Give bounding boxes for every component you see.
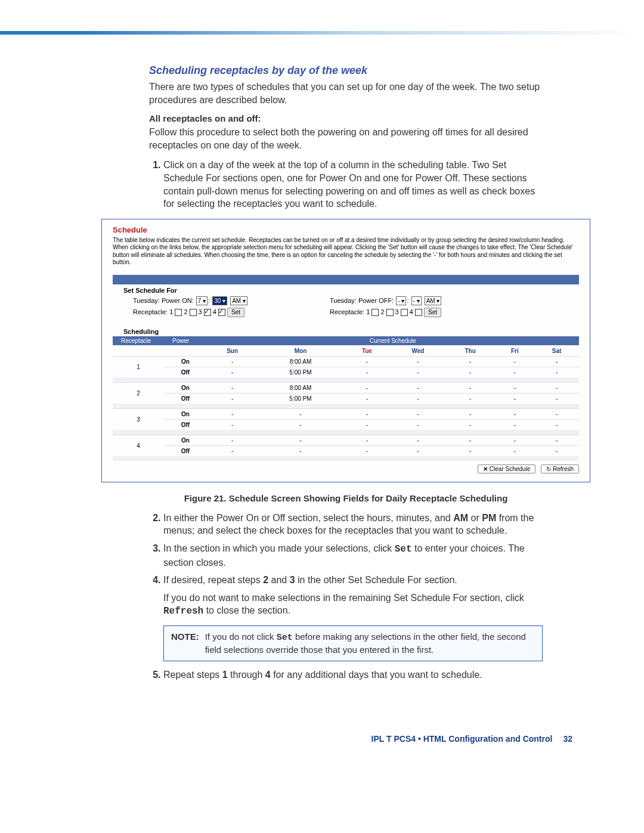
day-mon[interactable]: Mon [258,345,343,357]
recpt-2-on-checkbox[interactable] [190,309,197,316]
step-1: Click on a day of the week at the top of… [163,159,543,210]
page-footer: IPL T PCS4 • HTML Configuration and Cont… [0,710,644,761]
step-5: Repeat steps 1 through 4 for any additio… [163,668,543,682]
blue-bar [113,275,579,284]
schedule-figure: Schedule The table below indicates the c… [101,219,590,482]
figure-footer-buttons: ✕Clear Schedule ↻Refresh [113,465,579,473]
steps-list-cont: In either the Power On or Off section, s… [149,512,543,682]
scheduling-label: Scheduling [123,328,579,335]
th-receptacle: Receptacle [113,336,164,345]
set-button-off[interactable]: Set [424,308,441,317]
table-row: Off------- [113,419,579,430]
figure-caption: Figure 21. Schedule Screen Showing Field… [149,493,543,503]
section-title: Scheduling receptacles by day of the wee… [149,64,543,77]
table-row: 1On-8:00 AM----- [113,356,579,367]
day-sun[interactable]: Sun [207,345,258,357]
day-wed[interactable]: Wed [391,345,445,357]
recpt-1-off-checkbox[interactable] [371,309,379,316]
th-power: Power [164,336,207,345]
step-3: In the section in which you made your se… [163,542,543,569]
set-button-on[interactable]: Set [227,308,244,317]
note-label: NOTE: [171,631,199,657]
recpt-4-off-checkbox[interactable] [415,309,422,316]
table-row: Off------- [113,445,579,456]
note-box: NOTE: If you do not click Set before mak… [163,625,543,662]
recpt-4-on-checkbox[interactable] [218,309,225,316]
ampm-select-off[interactable]: AM ▾ [425,296,442,305]
table-row: Off-5:00 PM----- [113,367,579,377]
page-content: Scheduling receptacles by day of the wee… [0,35,644,710]
recpt-1-on-checkbox[interactable] [175,309,182,316]
recpt-label-on: Receptacle: [133,308,168,315]
schedule-table: Receptacle Power Current Schedule Sun Mo… [113,336,579,461]
figure-desc: The table below indicates the current se… [113,237,579,267]
day-sat[interactable]: Sat [534,345,579,357]
hour-select-on[interactable]: 7 ▾ [196,296,208,305]
table-row: 3On------- [113,408,579,419]
section-intro: There are two types of schedules that yo… [149,80,543,106]
power-off-column: Tuesday: Power OFF: - ▾: - ▾ AM ▾ Recept… [330,296,479,320]
day-thu[interactable]: Thu [445,345,495,357]
minute-select-off[interactable]: - ▾ [411,296,422,305]
power-off-prefix: Tuesday: Power OFF: [330,297,394,304]
recpt-3-off-checkbox[interactable] [401,309,408,316]
recpt-3-on-checkbox[interactable] [204,309,211,316]
set-schedule-row: Tuesday: Power ON: 7 ▾: 30 ▾ AM ▾ Recept… [113,296,579,324]
minute-select-on[interactable]: 30 ▾ [212,296,227,305]
day-header-row: Sun Mon Tue Wed Thu Fri Sat [113,345,579,357]
sub-intro: Follow this procedure to select both the… [149,126,543,151]
step-4: If desired, repeat steps 2 and 3 in the … [163,574,543,661]
power-on-column: Tuesday: Power ON: 7 ▾: 30 ▾ AM ▾ Recept… [133,296,282,320]
note-text: If you do not click Set before making an… [205,631,535,657]
step-2: In either the Power On or Off section, s… [163,512,543,537]
hour-select-off[interactable]: - ▾ [396,296,406,305]
clear-schedule-button[interactable]: ✕Clear Schedule [478,465,535,473]
figure-title: Schedule [113,225,579,234]
th-current: Current Schedule [207,336,579,345]
recpt-2-off-checkbox[interactable] [386,309,394,316]
day-fri[interactable]: Fri [495,345,534,357]
refresh-button[interactable]: ↻Refresh [541,465,579,473]
table-row: Off-5:00 PM----- [113,393,579,404]
set-schedule-label: Set Schedule For [123,287,579,294]
recpt-label-off: Receptacle: [330,308,364,315]
table-row: 2On-8:00 AM----- [113,382,579,393]
steps-list: Click on a day of the week at the top of… [149,159,543,210]
ampm-select-on[interactable]: AM ▾ [230,296,247,305]
table-row: 4On------- [113,435,579,445]
day-tue[interactable]: Tue [343,345,391,357]
sub-heading: All receptacles on and off: [149,113,543,123]
power-on-prefix: Tuesday: Power ON: [133,297,194,304]
